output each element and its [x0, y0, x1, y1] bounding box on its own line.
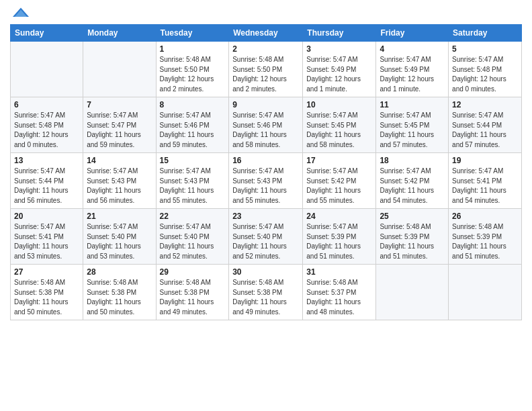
day-cell: 20Sunrise: 5:47 AM Sunset: 5:41 PM Dayli… [11, 209, 83, 265]
day-number: 20 [14, 212, 79, 221]
day-cell: 8Sunrise: 5:47 AM Sunset: 5:46 PM Daylig… [156, 97, 229, 153]
day-number: 27 [14, 267, 79, 277]
day-info: Sunrise: 5:47 AM Sunset: 5:41 PM Dayligh… [452, 167, 518, 205]
day-number: 17 [306, 156, 372, 165]
day-cell: 14Sunrise: 5:47 AM Sunset: 5:43 PM Dayli… [83, 153, 156, 209]
day-number: 9 [232, 100, 299, 109]
day-cell: 30Sunrise: 5:48 AM Sunset: 5:38 PM Dayli… [229, 265, 303, 320]
day-cell: 2Sunrise: 5:48 AM Sunset: 5:50 PM Daylig… [229, 42, 303, 97]
day-number: 4 [380, 44, 445, 54]
day-cell: 9Sunrise: 5:47 AM Sunset: 5:46 PM Daylig… [229, 97, 303, 153]
day-info: Sunrise: 5:47 AM Sunset: 5:47 PM Dayligh… [87, 111, 152, 150]
day-number: 6 [14, 100, 79, 109]
day-number: 24 [306, 212, 372, 221]
day-number: 22 [160, 212, 226, 221]
day-info: Sunrise: 5:47 AM Sunset: 5:49 PM Dayligh… [380, 55, 445, 94]
col-header-monday: Monday [83, 25, 156, 42]
col-header-thursday: Thursday [303, 25, 376, 42]
day-info: Sunrise: 5:47 AM Sunset: 5:42 PM Dayligh… [306, 167, 372, 205]
day-info: Sunrise: 5:47 AM Sunset: 5:43 PM Dayligh… [87, 167, 152, 205]
day-info: Sunrise: 5:48 AM Sunset: 5:38 PM Dayligh… [160, 278, 226, 317]
day-cell: 18Sunrise: 5:47 AM Sunset: 5:42 PM Dayli… [376, 153, 449, 209]
day-info: Sunrise: 5:48 AM Sunset: 5:38 PM Dayligh… [87, 278, 152, 317]
day-number: 12 [452, 100, 518, 109]
day-info: Sunrise: 5:48 AM Sunset: 5:38 PM Dayligh… [232, 278, 299, 317]
day-cell: 27Sunrise: 5:48 AM Sunset: 5:38 PM Dayli… [11, 265, 83, 320]
day-cell: 23Sunrise: 5:47 AM Sunset: 5:40 PM Dayli… [229, 209, 303, 265]
day-info: Sunrise: 5:47 AM Sunset: 5:40 PM Dayligh… [232, 222, 299, 261]
day-cell: 5Sunrise: 5:47 AM Sunset: 5:48 PM Daylig… [449, 42, 522, 97]
logo-icon [11, 7, 30, 19]
day-info: Sunrise: 5:48 AM Sunset: 5:39 PM Dayligh… [380, 222, 445, 261]
day-info: Sunrise: 5:47 AM Sunset: 5:40 PM Dayligh… [87, 222, 152, 261]
day-info: Sunrise: 5:48 AM Sunset: 5:50 PM Dayligh… [232, 55, 299, 94]
day-info: Sunrise: 5:47 AM Sunset: 5:39 PM Dayligh… [306, 222, 372, 261]
day-cell: 25Sunrise: 5:48 AM Sunset: 5:39 PM Dayli… [376, 209, 449, 265]
logo [10, 7, 30, 19]
col-header-sunday: Sunday [11, 25, 83, 42]
day-number: 8 [160, 100, 226, 109]
day-info: Sunrise: 5:47 AM Sunset: 5:46 PM Dayligh… [160, 111, 226, 150]
day-number: 16 [232, 156, 299, 165]
day-number: 13 [14, 156, 79, 165]
day-cell: 6Sunrise: 5:47 AM Sunset: 5:48 PM Daylig… [11, 97, 83, 153]
day-cell: 28Sunrise: 5:48 AM Sunset: 5:38 PM Dayli… [83, 265, 156, 320]
week-row-3: 13Sunrise: 5:47 AM Sunset: 5:44 PM Dayli… [11, 153, 522, 209]
day-cell: 11Sunrise: 5:47 AM Sunset: 5:45 PM Dayli… [376, 97, 449, 153]
header [10, 7, 522, 19]
day-cell: 4Sunrise: 5:47 AM Sunset: 5:49 PM Daylig… [376, 42, 449, 97]
day-cell [11, 42, 83, 97]
day-info: Sunrise: 5:48 AM Sunset: 5:38 PM Dayligh… [14, 278, 79, 317]
day-cell: 16Sunrise: 5:47 AM Sunset: 5:43 PM Dayli… [229, 153, 303, 209]
day-number: 28 [87, 267, 152, 277]
day-number: 19 [452, 156, 518, 165]
day-cell: 26Sunrise: 5:48 AM Sunset: 5:39 PM Dayli… [449, 209, 522, 265]
day-number: 30 [232, 267, 299, 277]
col-header-tuesday: Tuesday [156, 25, 229, 42]
week-row-2: 6Sunrise: 5:47 AM Sunset: 5:48 PM Daylig… [11, 97, 522, 153]
day-info: Sunrise: 5:48 AM Sunset: 5:39 PM Dayligh… [452, 222, 518, 261]
col-header-saturday: Saturday [449, 25, 522, 42]
day-number: 1 [160, 44, 226, 54]
day-cell: 24Sunrise: 5:47 AM Sunset: 5:39 PM Dayli… [303, 209, 376, 265]
col-header-wednesday: Wednesday [229, 25, 303, 42]
day-info: Sunrise: 5:47 AM Sunset: 5:45 PM Dayligh… [380, 111, 445, 150]
day-cell [83, 42, 156, 97]
day-info: Sunrise: 5:47 AM Sunset: 5:49 PM Dayligh… [306, 55, 372, 94]
day-cell: 19Sunrise: 5:47 AM Sunset: 5:41 PM Dayli… [449, 153, 522, 209]
day-cell: 3Sunrise: 5:47 AM Sunset: 5:49 PM Daylig… [303, 42, 376, 97]
day-info: Sunrise: 5:48 AM Sunset: 5:50 PM Dayligh… [160, 55, 226, 94]
day-cell: 15Sunrise: 5:47 AM Sunset: 5:43 PM Dayli… [156, 153, 229, 209]
day-info: Sunrise: 5:47 AM Sunset: 5:45 PM Dayligh… [306, 111, 372, 150]
day-number: 5 [452, 44, 518, 54]
day-number: 15 [160, 156, 226, 165]
calendar-body: 1Sunrise: 5:48 AM Sunset: 5:50 PM Daylig… [11, 42, 522, 320]
day-info: Sunrise: 5:47 AM Sunset: 5:44 PM Dayligh… [452, 111, 518, 150]
calendar-header-row: SundayMondayTuesdayWednesdayThursdayFrid… [11, 25, 522, 42]
day-number: 21 [87, 212, 152, 221]
day-number: 18 [380, 156, 445, 165]
day-info: Sunrise: 5:47 AM Sunset: 5:48 PM Dayligh… [452, 55, 518, 94]
day-info: Sunrise: 5:48 AM Sunset: 5:37 PM Dayligh… [306, 278, 372, 317]
day-cell: 29Sunrise: 5:48 AM Sunset: 5:38 PM Dayli… [156, 265, 229, 320]
week-row-4: 20Sunrise: 5:47 AM Sunset: 5:41 PM Dayli… [11, 209, 522, 265]
day-info: Sunrise: 5:47 AM Sunset: 5:46 PM Dayligh… [232, 111, 299, 150]
day-number: 11 [380, 100, 445, 109]
week-row-5: 27Sunrise: 5:48 AM Sunset: 5:38 PM Dayli… [11, 265, 522, 320]
day-number: 25 [380, 212, 445, 221]
day-number: 23 [232, 212, 299, 221]
day-info: Sunrise: 5:47 AM Sunset: 5:43 PM Dayligh… [160, 167, 226, 205]
day-cell: 13Sunrise: 5:47 AM Sunset: 5:44 PM Dayli… [11, 153, 83, 209]
col-header-friday: Friday [376, 25, 449, 42]
day-cell: 22Sunrise: 5:47 AM Sunset: 5:40 PM Dayli… [156, 209, 229, 265]
day-number: 7 [87, 100, 152, 109]
day-cell [376, 265, 449, 320]
day-cell: 17Sunrise: 5:47 AM Sunset: 5:42 PM Dayli… [303, 153, 376, 209]
day-info: Sunrise: 5:47 AM Sunset: 5:41 PM Dayligh… [14, 222, 79, 261]
day-number: 3 [306, 44, 372, 54]
main-container: SundayMondayTuesdayWednesdayThursdayFrid… [0, 0, 532, 411]
day-info: Sunrise: 5:47 AM Sunset: 5:40 PM Dayligh… [160, 222, 226, 261]
day-cell [449, 265, 522, 320]
day-cell: 1Sunrise: 5:48 AM Sunset: 5:50 PM Daylig… [156, 42, 229, 97]
day-number: 14 [87, 156, 152, 165]
